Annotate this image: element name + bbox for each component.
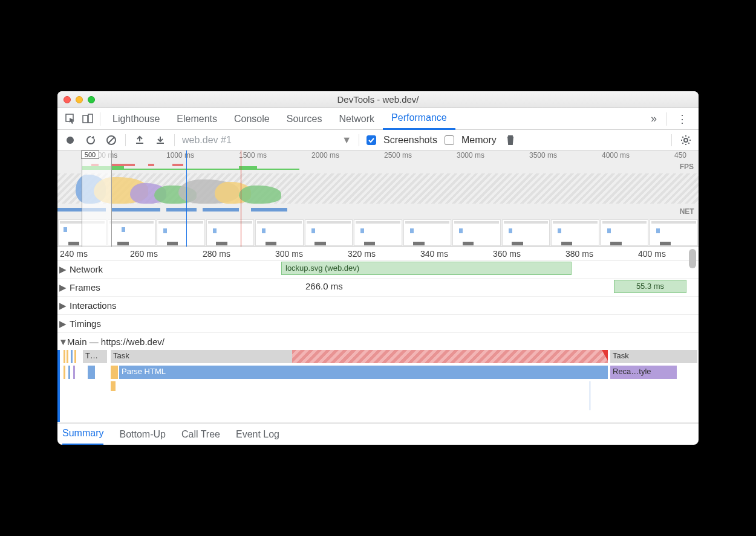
flamechart-area[interactable]: 240 ms 260 ms 280 ms 300 ms 320 ms 340 m… bbox=[57, 247, 699, 423]
tab-elements[interactable]: Elements bbox=[168, 108, 226, 130]
screenshots-label: Screenshots bbox=[383, 135, 437, 146]
long-task-warning bbox=[292, 350, 608, 363]
save-profile-icon[interactable] bbox=[154, 134, 167, 147]
long-task-triangle-icon bbox=[602, 350, 608, 361]
devtools-tabstrip: Lighthouse Elements Console Sources Netw… bbox=[57, 108, 699, 130]
flame-empty-area bbox=[57, 381, 699, 422]
screenshots-checkbox[interactable] bbox=[367, 135, 376, 145]
activity-row: Parse HTML Reca…tyle bbox=[57, 366, 699, 381]
flame-recalc-style[interactable]: Reca…tyle bbox=[610, 366, 677, 379]
panel-tabs: Lighthouse Elements Console Sources Netw… bbox=[104, 108, 645, 130]
inspect-element-icon[interactable] bbox=[62, 111, 79, 128]
flame-script[interactable] bbox=[111, 381, 116, 391]
memory-label: Memory bbox=[461, 135, 497, 146]
tab-sources[interactable]: Sources bbox=[278, 108, 331, 130]
network-request-bar[interactable]: lockup.svg (web.dev) bbox=[281, 262, 572, 275]
performance-toolbar: web.dev #1 ▼ Screenshots Memory bbox=[57, 130, 699, 150]
overview-cursor-red bbox=[241, 150, 241, 247]
svg-line-5 bbox=[108, 137, 114, 143]
delete-profile-icon[interactable] bbox=[504, 134, 517, 147]
collapse-icon[interactable]: ▼ bbox=[59, 337, 67, 347]
svg-point-3 bbox=[67, 137, 74, 144]
details-tabstrip: Summary Bottom-Up Call Tree Event Log bbox=[57, 423, 699, 445]
expand-icon[interactable]: ▶ bbox=[59, 300, 67, 311]
profile-name: web.dev #1 bbox=[182, 135, 232, 146]
window-controls bbox=[64, 96, 95, 103]
overview-ruler: 500 ms 1000 ms 1500 ms 2000 ms 2500 ms 3… bbox=[57, 150, 699, 161]
chevron-down-icon: ▼ bbox=[342, 135, 351, 146]
record-button[interactable] bbox=[64, 134, 77, 147]
profile-select[interactable]: web.dev #1 ▼ bbox=[182, 135, 351, 146]
svg-point-6 bbox=[684, 138, 688, 142]
overview-selection[interactable]: 500 bbox=[82, 150, 112, 247]
overview-net-lane bbox=[57, 207, 699, 212]
tab-summary[interactable]: Summary bbox=[62, 424, 103, 445]
expand-icon[interactable]: ▶ bbox=[59, 318, 67, 329]
device-toolbar-icon[interactable] bbox=[79, 111, 96, 128]
track-frames[interactable]: ▶ Frames 266.0 ms 55.3 ms bbox=[57, 279, 699, 297]
flame-task[interactable]: T… bbox=[83, 350, 107, 363]
task-row: T… Task Task bbox=[57, 350, 699, 366]
svg-rect-2 bbox=[88, 114, 93, 123]
tab-bottom-up[interactable]: Bottom-Up bbox=[119, 424, 165, 445]
svg-rect-1 bbox=[83, 115, 88, 123]
settings-kebab-icon[interactable]: ⋮ bbox=[671, 112, 694, 126]
track-network[interactable]: ▶ Network lockup.svg (web.dev) bbox=[57, 260, 699, 279]
track-interactions[interactable]: ▶ Interactions bbox=[57, 297, 699, 315]
main-thread-header[interactable]: ▼ Main — https://web.dev/ bbox=[57, 333, 699, 350]
flame-script[interactable] bbox=[111, 366, 118, 379]
load-profile-icon[interactable] bbox=[133, 134, 146, 147]
flame-parse-html[interactable]: Parse HTML bbox=[119, 366, 608, 379]
tab-lighthouse[interactable]: Lighthouse bbox=[104, 108, 168, 130]
overview-pane[interactable]: 500 ms 1000 ms 1500 ms 2000 ms 2500 ms 3… bbox=[57, 150, 699, 247]
reload-record-button[interactable] bbox=[84, 134, 97, 147]
flame-task[interactable]: Task bbox=[610, 350, 697, 363]
main-ruler: 240 ms 260 ms 280 ms 300 ms 320 ms 340 m… bbox=[57, 247, 699, 260]
clear-button[interactable] bbox=[105, 134, 118, 147]
minimize-window-button[interactable] bbox=[76, 96, 83, 103]
track-timings[interactable]: ▶ Timings bbox=[57, 315, 699, 333]
frame-bar[interactable]: 55.3 ms bbox=[614, 280, 686, 293]
selection-handle-left[interactable]: 500 bbox=[81, 150, 99, 159]
overview-cursor-blue bbox=[186, 150, 187, 247]
tab-event-log[interactable]: Event Log bbox=[236, 424, 279, 445]
close-window-button[interactable] bbox=[64, 96, 71, 103]
devtools-window: DevTools - web.dev/ Lighthouse Elements … bbox=[57, 91, 699, 445]
more-tabs-icon[interactable]: » bbox=[645, 112, 663, 125]
tab-console[interactable]: Console bbox=[226, 108, 278, 130]
overview-filmstrip[interactable] bbox=[57, 219, 699, 247]
window-title: DevTools - web.dev/ bbox=[57, 94, 699, 105]
zoom-window-button[interactable] bbox=[88, 96, 95, 103]
overview-fps-lane bbox=[57, 161, 699, 171]
frame-duration: 266.0 ms bbox=[305, 281, 343, 291]
memory-checkbox[interactable] bbox=[445, 135, 454, 145]
tab-network[interactable]: Network bbox=[330, 108, 383, 130]
overview-cpu-lane bbox=[57, 173, 699, 204]
tab-performance[interactable]: Performance bbox=[383, 108, 455, 130]
tab-call-tree[interactable]: Call Tree bbox=[181, 424, 220, 445]
settings-gear-icon[interactable] bbox=[679, 134, 692, 147]
main-thread-section: ▼ Main — https://web.dev/ T… Task Task bbox=[57, 333, 699, 423]
titlebar: DevTools - web.dev/ bbox=[57, 91, 699, 108]
